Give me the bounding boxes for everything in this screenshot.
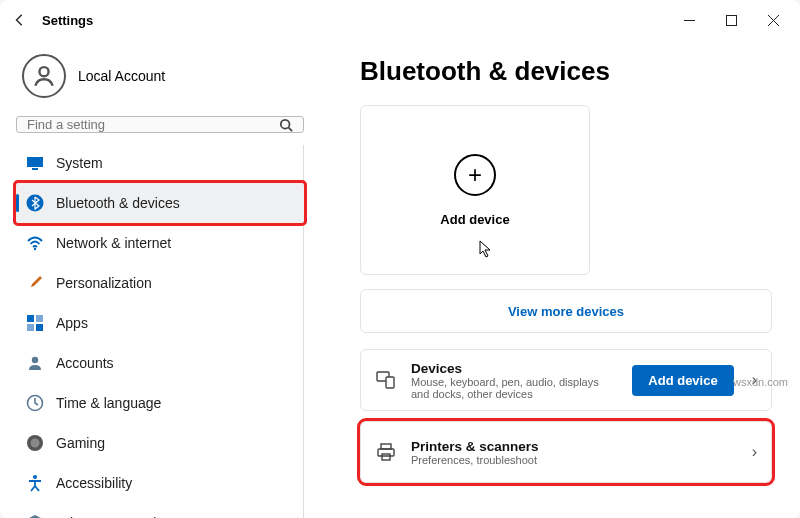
sidebar-item-label: Gaming bbox=[56, 435, 105, 451]
search-placeholder: Find a setting bbox=[27, 117, 279, 132]
svg-point-14 bbox=[31, 439, 40, 448]
sidebar-item-accounts[interactable]: Accounts bbox=[16, 343, 304, 383]
add-device-label: Add device bbox=[440, 212, 509, 227]
sidebar-item-label: Accessibility bbox=[56, 475, 132, 491]
person-icon bbox=[26, 354, 44, 372]
account-name: Local Account bbox=[78, 68, 165, 84]
sidebar-item-personalization[interactable]: Personalization bbox=[16, 263, 304, 303]
clock-globe-icon bbox=[26, 394, 44, 412]
monitor-icon bbox=[26, 154, 44, 172]
svg-rect-9 bbox=[27, 324, 34, 331]
sidebar-item-network[interactable]: Network & internet bbox=[16, 223, 304, 263]
printers-row-subtitle: Preferences, troubleshoot bbox=[411, 454, 734, 466]
svg-rect-17 bbox=[386, 377, 394, 388]
svg-rect-3 bbox=[27, 157, 43, 167]
svg-point-11 bbox=[32, 357, 38, 363]
svg-point-15 bbox=[33, 475, 37, 479]
maximize-button[interactable] bbox=[710, 4, 752, 36]
sidebar: Local Account Find a setting System bbox=[0, 40, 320, 518]
sidebar-item-label: Bluetooth & devices bbox=[56, 195, 180, 211]
svg-rect-19 bbox=[378, 449, 394, 456]
page-title: Bluetooth & devices bbox=[360, 56, 772, 87]
svg-rect-20 bbox=[382, 454, 390, 460]
gaming-icon bbox=[26, 434, 44, 452]
close-button[interactable] bbox=[752, 4, 794, 36]
sidebar-item-label: Time & language bbox=[56, 395, 161, 411]
devices-row-title: Devices bbox=[411, 361, 618, 376]
apps-icon bbox=[26, 314, 44, 332]
sidebar-item-accessibility[interactable]: Accessibility bbox=[16, 463, 304, 503]
sidebar-item-label: Personalization bbox=[56, 275, 152, 291]
cursor-icon bbox=[479, 240, 493, 262]
account-header[interactable]: Local Account bbox=[16, 48, 304, 116]
accessibility-icon bbox=[26, 474, 44, 492]
brush-icon bbox=[26, 274, 44, 292]
view-more-devices-link[interactable]: View more devices bbox=[360, 289, 772, 333]
minimize-button[interactable] bbox=[668, 4, 710, 36]
back-button[interactable] bbox=[6, 6, 34, 34]
devices-row-subtitle: Mouse, keyboard, pen, audio, displays an… bbox=[411, 376, 618, 400]
printers-scanners-row[interactable]: Printers & scanners Preferences, trouble… bbox=[360, 421, 772, 483]
shield-icon bbox=[26, 514, 44, 518]
sidebar-item-system[interactable]: System bbox=[16, 143, 304, 183]
svg-point-6 bbox=[34, 248, 36, 250]
sidebar-item-privacy-security[interactable]: Privacy & security bbox=[16, 503, 304, 518]
sidebar-item-apps[interactable]: Apps bbox=[16, 303, 304, 343]
titlebar: Settings bbox=[0, 0, 800, 40]
printers-row-title: Printers & scanners bbox=[411, 439, 734, 454]
add-device-button[interactable]: Add device bbox=[632, 365, 733, 396]
sidebar-item-gaming[interactable]: Gaming bbox=[16, 423, 304, 463]
svg-rect-8 bbox=[36, 315, 43, 322]
search-icon bbox=[279, 118, 293, 132]
window-title: Settings bbox=[42, 13, 93, 28]
svg-rect-10 bbox=[36, 324, 43, 331]
printer-icon bbox=[375, 442, 397, 462]
sidebar-item-label: Network & internet bbox=[56, 235, 171, 251]
main-content: Bluetooth & devices + Add device View mo… bbox=[320, 40, 800, 518]
svg-point-2 bbox=[281, 119, 290, 128]
wifi-icon bbox=[26, 234, 44, 252]
sidebar-item-time-language[interactable]: Time & language bbox=[16, 383, 304, 423]
settings-window: Settings Local Account Find a setting bbox=[0, 0, 800, 518]
svg-point-1 bbox=[39, 67, 48, 76]
svg-rect-0 bbox=[726, 15, 736, 25]
svg-rect-4 bbox=[32, 168, 38, 170]
sidebar-item-label: Accounts bbox=[56, 355, 114, 371]
nav-list: System Bluetooth & devices Network & int… bbox=[16, 143, 304, 518]
sidebar-item-bluetooth-devices[interactable]: Bluetooth & devices bbox=[16, 183, 304, 223]
avatar-icon bbox=[22, 54, 66, 98]
svg-rect-18 bbox=[381, 444, 391, 449]
add-device-card[interactable]: + Add device bbox=[360, 105, 590, 275]
search-input[interactable]: Find a setting bbox=[16, 116, 304, 133]
svg-rect-7 bbox=[27, 315, 34, 322]
sidebar-item-label: System bbox=[56, 155, 103, 171]
bluetooth-icon bbox=[26, 194, 44, 212]
sidebar-item-label: Apps bbox=[56, 315, 88, 331]
devices-icon bbox=[375, 370, 397, 390]
plus-icon: + bbox=[454, 154, 496, 196]
watermark: wsxdn.com bbox=[733, 376, 788, 388]
devices-row[interactable]: Devices Mouse, keyboard, pen, audio, dis… bbox=[360, 349, 772, 411]
chevron-right-icon: › bbox=[748, 443, 757, 461]
